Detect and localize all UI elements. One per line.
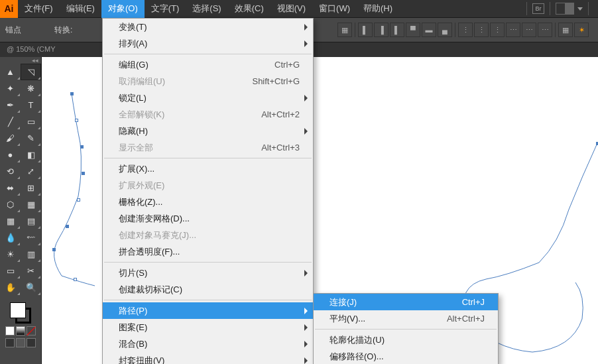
menu-item[interactable]: 锁定(L)	[103, 90, 313, 106]
object-menu-dropdown: 变换(T)排列(A)编组(G)Ctrl+G取消编组(U)Shift+Ctrl+G…	[102, 18, 314, 364]
tool-eraser[interactable]: ◧	[21, 147, 41, 163]
screen-mode-icon[interactable]	[16, 338, 25, 347]
menu-effect[interactable]: 效果(C)	[228, 0, 270, 18]
menu-item[interactable]: 隐藏(H)	[103, 123, 313, 139]
menu-help[interactable]: 帮助(H)	[357, 0, 399, 18]
menu-item[interactable]: 图案(E)	[103, 319, 313, 335]
dist-icon[interactable]: ⋯	[538, 23, 552, 37]
menu-view[interactable]: 视图(V)	[270, 0, 312, 18]
menu-item[interactable]: 封套扭曲(V)	[103, 352, 313, 364]
submenu-item[interactable]: 平均(V)...Alt+Ctrl+J	[314, 310, 498, 327]
menu-item: 扩展外观(E)	[103, 177, 313, 194]
menu-item[interactable]: 变换(T)	[103, 19, 313, 35]
menu-window[interactable]: 窗口(W)	[312, 0, 357, 18]
color-mode-icon[interactable]	[5, 326, 15, 335]
menu-item[interactable]: 创建裁切标记(C)	[103, 281, 313, 298]
app-logo: Ai	[0, 0, 18, 18]
menu-item[interactable]: 混合(B)	[103, 335, 313, 352]
menu-edit[interactable]: 编辑(E)	[60, 0, 101, 18]
tool-wand[interactable]: ✦	[0, 80, 21, 97]
tool-shape-builder[interactable]: ⬡	[0, 196, 21, 213]
transform-icon[interactable]: ▦	[558, 23, 573, 37]
align-right-icon[interactable]: ▌	[390, 23, 404, 37]
panel-collapse-icon[interactable]: ◂◂	[0, 57, 41, 64]
tool-pen[interactable]: ✒	[0, 97, 21, 113]
menu-item: 取消编组(U)Shift+Ctrl+G	[103, 73, 313, 90]
tool-brush[interactable]: 🖌	[0, 130, 21, 147]
menu-item: 显示全部Alt+Ctrl+3	[103, 139, 313, 156]
tool-hand[interactable]: ✋	[0, 279, 21, 296]
tool-rect[interactable]: ▭	[21, 113, 41, 130]
tool-lasso[interactable]: ❋	[21, 80, 41, 97]
ctrl-icon[interactable]: ▦	[337, 23, 352, 37]
tool-selection[interactable]: ▲	[0, 64, 21, 80]
menu-item[interactable]: 编组(G)Ctrl+G	[103, 56, 313, 73]
menu-item[interactable]: 切片(S)	[103, 265, 313, 281]
setup-icon[interactable]: ✶	[574, 23, 589, 37]
menu-bar: 文件(F) 编辑(E) 对象(O) 文字(T) 选择(S) 效果(C) 视图(V…	[18, 0, 399, 18]
none-mode-icon[interactable]	[27, 326, 36, 335]
tool-artboard[interactable]: ▭	[0, 263, 21, 279]
menu-object[interactable]: 对象(O)	[101, 0, 145, 18]
tool-blob[interactable]: ●	[0, 147, 21, 163]
tool-eyedrop[interactable]: 💧	[0, 229, 21, 246]
submenu-item[interactable]: 偏移路径(O)...	[314, 348, 498, 364]
tool-line[interactable]: ╱	[0, 113, 21, 130]
dist-icon[interactable]: ⋮	[458, 23, 473, 37]
tool-pencil[interactable]: ✎	[21, 130, 41, 147]
path-submenu: 连接(J)Ctrl+J平均(V)...Alt+Ctrl+J轮廓化描边(U)偏移路…	[313, 293, 499, 364]
align-left-icon[interactable]: ▌	[358, 23, 373, 37]
tools-panel: ◂◂ ▲◹✦❋✒T╱▭🖌✎●◧⟲⤢⬌⊞⬡▦▦▤💧⬳☀▥▭✂✋🔍	[0, 57, 42, 364]
menu-file[interactable]: 文件(F)	[18, 0, 60, 18]
tool-gradient[interactable]: ▤	[21, 213, 41, 229]
chevron-down-icon[interactable]	[577, 7, 583, 11]
menu-type[interactable]: 文字(T)	[145, 0, 186, 18]
tool-graph[interactable]: ▥	[21, 246, 41, 263]
dist-icon[interactable]: ⋮	[490, 23, 505, 37]
dist-icon[interactable]: ⋯	[506, 23, 520, 37]
menu-item: 全部解锁(K)Alt+Ctrl+2	[103, 106, 313, 123]
workspace-layout-icon[interactable]	[556, 3, 574, 15]
tool-zoom[interactable]: 🔍	[21, 279, 41, 296]
align-center-icon[interactable]: ▐	[374, 23, 389, 37]
color-swatches	[0, 296, 41, 351]
tool-symbol[interactable]: ☀	[0, 246, 21, 263]
menu-item[interactable]: 创建渐变网格(D)...	[103, 210, 313, 227]
menu-item: 创建对象马赛克(J)...	[103, 227, 313, 243]
tool-rotate[interactable]: ⟲	[0, 163, 21, 180]
tool-width[interactable]: ⬌	[0, 180, 21, 196]
align-bot-icon[interactable]: ▄	[438, 23, 452, 37]
convert-label: 转换:	[54, 25, 72, 36]
tool-mesh[interactable]: ▦	[0, 213, 21, 229]
dist-icon[interactable]: ⋮	[474, 23, 489, 37]
menu-item[interactable]: 路径(P)	[103, 302, 313, 319]
bridge-icon[interactable]: Br	[532, 3, 544, 14]
tool-blend[interactable]: ⬳	[21, 229, 41, 246]
screen-mode-icon[interactable]	[27, 338, 36, 347]
menu-select[interactable]: 选择(S)	[186, 0, 227, 18]
gradient-mode-icon[interactable]	[16, 326, 25, 335]
dist-icon[interactable]: ⋯	[522, 23, 536, 37]
submenu-item[interactable]: 连接(J)Ctrl+J	[314, 294, 498, 310]
align-top-icon[interactable]: ▀	[406, 23, 420, 37]
control-icons: ▦ ▌ ▐ ▌ ▀ ▬ ▄ ⋮ ⋮ ⋮ ⋯ ⋯ ⋯ ▦ ✶	[337, 23, 593, 37]
document-tab[interactable]: @ 150% (CMY	[0, 42, 62, 57]
anchor-label: 锚点	[5, 25, 21, 36]
submenu-item[interactable]: 轮廓化描边(U)	[314, 332, 498, 348]
tool-type[interactable]: T	[21, 97, 41, 113]
tool-free[interactable]: ⊞	[21, 180, 41, 196]
menu-item[interactable]: 栅格化(Z)...	[103, 194, 313, 210]
top-bar: Ai 文件(F) 编辑(E) 对象(O) 文字(T) 选择(S) 效果(C) 视…	[0, 0, 598, 18]
fill-swatch[interactable]	[10, 302, 26, 318]
top-right-controls: Br	[522, 2, 598, 15]
align-mid-icon[interactable]: ▬	[422, 23, 436, 37]
tool-slice[interactable]: ✂	[21, 263, 41, 279]
tool-perspective[interactable]: ▦	[21, 196, 41, 213]
screen-mode-icon[interactable]	[5, 338, 15, 347]
menu-item[interactable]: 拼合透明度(F)...	[103, 243, 313, 260]
tool-scale[interactable]: ⤢	[21, 163, 41, 180]
menu-item[interactable]: 扩展(X)...	[103, 160, 313, 177]
menu-item[interactable]: 排列(A)	[103, 35, 313, 52]
tool-direct-select[interactable]: ◹	[21, 64, 41, 80]
